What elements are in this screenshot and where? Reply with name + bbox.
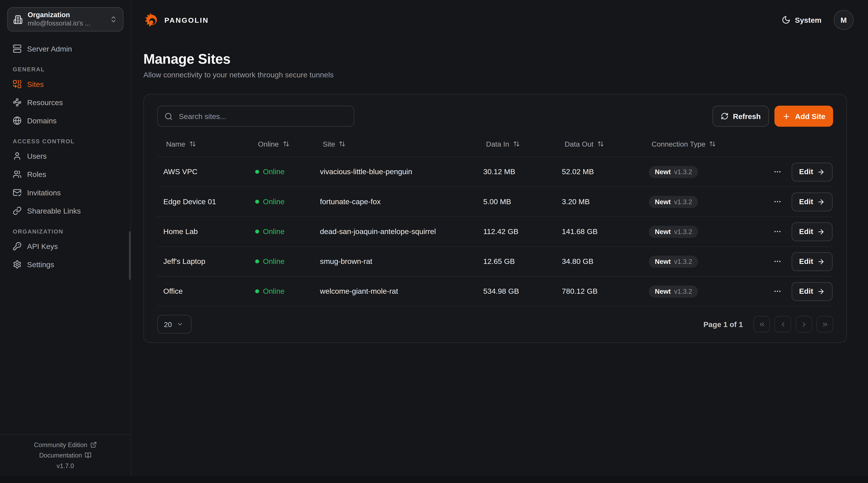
edit-button[interactable]: Edit — [791, 252, 833, 271]
column-header-data-out[interactable]: Data Out — [556, 140, 643, 148]
sidebar-section-organization: ORGANIZATION — [13, 228, 118, 234]
connection-type-cell: Newt v1.3.2 — [643, 285, 782, 297]
data-in-cell: 12.65 GB — [477, 257, 556, 266]
table-row: Office Online welcome-giant-mole-rat 534… — [157, 276, 833, 307]
edit-button[interactable]: Edit — [791, 282, 833, 301]
row-menu-button[interactable] — [772, 166, 783, 177]
arrow-right-icon — [817, 228, 825, 235]
version-label: v1.7.0 — [57, 462, 74, 469]
table-body: AWS VPC Online vivacious-little-blue-pen… — [157, 157, 833, 307]
data-in-cell: 534.98 GB — [477, 287, 556, 295]
column-header-online[interactable]: Online — [249, 140, 314, 148]
chevron-left-icon — [779, 321, 786, 328]
org-text: Organization milo@fossorial.io's ... — [28, 11, 90, 28]
connection-type-name: Newt — [655, 228, 671, 235]
data-out-cell: 3.20 MB — [556, 197, 643, 206]
sidebar-item-api-keys[interactable]: API Keys — [7, 238, 123, 254]
sidebar-item-label: Roles — [27, 170, 46, 179]
sidebar: Organization milo@fossorial.io's ... Ser… — [0, 0, 131, 476]
site-id-cell: smug-brown-rat — [314, 257, 477, 266]
search-icon — [164, 112, 173, 120]
page-size-select[interactable]: 20 — [157, 315, 192, 333]
search-input[interactable] — [178, 111, 347, 121]
sort-icon — [709, 140, 716, 147]
online-status-cell: Online — [249, 197, 314, 206]
sidebar-item-invitations[interactable]: Invitations — [7, 185, 123, 200]
sidebar-item-label: Users — [27, 152, 46, 160]
brand-name: PANGOLIN — [164, 16, 209, 24]
sidebar-nav: Server Admin GENERAL Sites Resources Dom… — [0, 32, 131, 434]
sidebar-scrollbar[interactable] — [129, 231, 131, 280]
sidebar-item-label: Resources — [27, 98, 63, 106]
connection-type-name: Newt — [655, 287, 671, 295]
column-header-connection-type[interactable]: Connection Type — [643, 140, 782, 148]
mail-check-icon — [13, 188, 22, 197]
sidebar-item-users[interactable]: Users — [7, 148, 123, 164]
last-page-button[interactable] — [816, 316, 833, 332]
site-name-cell: Home Lab — [157, 227, 249, 236]
connection-type-version: v1.3.2 — [674, 168, 692, 176]
row-menu-button[interactable] — [772, 226, 783, 237]
edit-label: Edit — [799, 197, 813, 206]
avatar[interactable]: M — [834, 10, 854, 30]
refresh-button[interactable]: Refresh — [712, 106, 769, 127]
edit-button[interactable]: Edit — [791, 222, 833, 241]
row-menu-button[interactable] — [772, 256, 783, 267]
connection-type-badge: Newt v1.3.2 — [649, 285, 698, 297]
external-link-icon — [90, 442, 97, 448]
sidebar-item-label: Settings — [27, 260, 54, 268]
community-edition-link[interactable]: Community Edition — [34, 442, 97, 448]
arrow-right-icon — [817, 257, 825, 265]
next-page-button[interactable] — [796, 316, 812, 332]
row-menu-button[interactable] — [772, 286, 783, 297]
online-dot — [255, 229, 259, 233]
data-out-cell: 52.02 MB — [556, 168, 643, 176]
sidebar-item-domains[interactable]: Domains — [7, 113, 123, 128]
search-box[interactable] — [157, 106, 354, 127]
sidebar-item-resources[interactable]: Resources — [7, 95, 123, 110]
pagination: Page 1 of 1 — [704, 316, 833, 332]
gear-icon — [13, 260, 22, 269]
sidebar-item-roles[interactable]: Roles — [7, 166, 123, 182]
column-header-site[interactable]: Site — [314, 140, 477, 148]
theme-toggle[interactable]: System — [781, 15, 822, 24]
documentation-link[interactable]: Documentation — [39, 452, 92, 458]
ellipsis-icon — [773, 168, 781, 176]
edit-button[interactable]: Edit — [791, 162, 833, 181]
sidebar-item-sites[interactable]: Sites — [7, 76, 123, 92]
table-row: AWS VPC Online vivacious-little-blue-pen… — [157, 157, 833, 186]
org-selector[interactable]: Organization milo@fossorial.io's ... — [7, 7, 123, 31]
column-header-name[interactable]: Name — [157, 140, 249, 148]
server-icon — [13, 44, 22, 53]
connection-type-version: v1.3.2 — [674, 287, 692, 295]
table-row: Home Lab Online dead-san-joaquin-antelop… — [157, 216, 833, 246]
connection-type-name: Newt — [655, 198, 671, 205]
sidebar-item-label: Server Admin — [27, 44, 72, 53]
sidebar-item-label: Domains — [27, 117, 57, 125]
site-id-cell: dead-san-joaquin-antelope-squirrel — [314, 227, 477, 236]
sidebar-item-server-admin[interactable]: Server Admin — [7, 41, 123, 56]
edit-button[interactable]: Edit — [791, 192, 833, 211]
prev-page-button[interactable] — [774, 316, 791, 332]
connection-type-name: Newt — [655, 168, 671, 176]
column-header-data-in[interactable]: Data In — [477, 140, 556, 148]
chevrons-up-down-icon — [110, 15, 117, 23]
brand[interactable]: PANGOLIN — [144, 12, 209, 28]
row-menu-button[interactable] — [772, 196, 783, 207]
sites-card: Refresh Add Site Name Online — [144, 94, 847, 343]
refresh-icon — [721, 112, 728, 120]
site-name-cell: Office — [157, 287, 249, 295]
moon-icon — [781, 15, 790, 24]
site-id-cell: vivacious-little-blue-penguin — [314, 168, 477, 176]
site-id-cell: welcome-giant-mole-rat — [314, 287, 477, 295]
sidebar-item-shareable-links[interactable]: Shareable Links — [7, 203, 123, 218]
edit-label: Edit — [799, 168, 813, 176]
chevrons-right-icon — [821, 321, 829, 328]
add-site-button[interactable]: Add Site — [775, 106, 833, 127]
connection-type-badge: Newt v1.3.2 — [649, 166, 698, 178]
edit-label: Edit — [799, 287, 813, 295]
first-page-button[interactable] — [753, 316, 770, 332]
building-icon — [13, 15, 23, 24]
sidebar-item-settings[interactable]: Settings — [7, 257, 123, 272]
theme-label: System — [795, 16, 822, 24]
